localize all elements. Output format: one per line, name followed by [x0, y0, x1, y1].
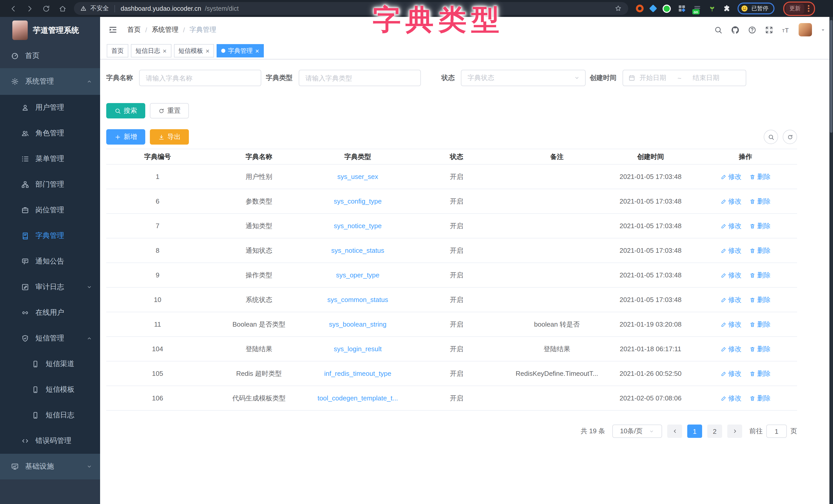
page-scrollbar[interactable] — [829, 17, 833, 504]
edit-link[interactable]: 修改 — [720, 197, 741, 206]
sidebar-item-sms-template[interactable]: 短信模板 — [0, 377, 100, 402]
delete-link[interactable]: 删除 — [749, 369, 771, 378]
sidebar-item-sms-channel[interactable]: 短信渠道 — [0, 351, 100, 377]
delete-link[interactable]: 删除 — [749, 172, 771, 181]
forward-icon[interactable] — [26, 4, 34, 12]
tab-sms-template[interactable]: 短信模板 — [174, 44, 214, 57]
tab-close-icon[interactable] — [206, 47, 209, 54]
edit-link[interactable]: 修改 — [720, 271, 741, 280]
back-icon[interactable] — [9, 4, 18, 12]
security-label[interactable]: 不安全 — [90, 4, 109, 13]
sidebar-item-audit-log[interactable]: 审计日志 — [0, 274, 100, 300]
cell-dict-type-link[interactable]: sys_login_result — [309, 336, 406, 361]
sidebar-item-online-users[interactable]: 在线用户 — [0, 300, 100, 326]
search-button[interactable]: 搜索 — [106, 103, 145, 119]
edit-link[interactable]: 修改 — [720, 295, 741, 304]
sprout-extension-icon[interactable] — [708, 5, 716, 12]
bookmark-star-icon[interactable] — [614, 5, 622, 12]
grid-extension-icon[interactable] — [677, 4, 686, 13]
sidebar-item-dict[interactable]: 字典管理 — [0, 223, 100, 249]
export-button[interactable]: 导出 — [150, 129, 189, 145]
edit-link[interactable]: 修改 — [720, 221, 741, 230]
avatar[interactable] — [799, 23, 812, 36]
sidebar-item-infra[interactable]: 基础设施 — [0, 454, 100, 479]
page-button-2[interactable]: 2 — [707, 425, 722, 438]
search-icon[interactable] — [714, 25, 723, 34]
date-range-picker[interactable]: 开始日期 ~ 结束日期 — [623, 70, 746, 86]
scrollbar-thumb[interactable] — [830, 20, 832, 133]
menu-dots-icon[interactable] — [808, 5, 809, 12]
dict-name-input[interactable] — [139, 70, 261, 86]
page-button-1[interactable]: 1 — [687, 425, 702, 438]
sidebar-item-menus[interactable]: 菜单管理 — [0, 146, 100, 172]
sidebar-item-notice[interactable]: 通知公告 — [0, 249, 100, 274]
puzzle-icon[interactable] — [723, 4, 731, 12]
cell-dict-type-link[interactable]: sys_oper_type — [309, 263, 406, 287]
delete-link[interactable]: 删除 — [749, 344, 771, 354]
edit-link[interactable]: 修改 — [720, 320, 741, 329]
edit-link[interactable]: 修改 — [720, 172, 741, 181]
tab-sms-log[interactable]: 短信日志 — [131, 44, 171, 57]
hamburger-fold-icon[interactable] — [108, 25, 118, 34]
sidebar-item-home[interactable]: 首页 — [0, 44, 100, 68]
sidebar-item-users[interactable]: 用户管理 — [0, 95, 100, 121]
home-icon[interactable] — [58, 4, 67, 12]
reload-icon[interactable] — [42, 4, 50, 12]
refresh-table-button[interactable] — [783, 130, 797, 144]
cell-dict-type-link[interactable]: tool_codegen_template_t... — [309, 386, 406, 410]
green-extension-icon[interactable] — [663, 4, 671, 12]
cell-dict-type-link[interactable]: sys_notice_status — [309, 238, 406, 263]
tab-home[interactable]: 首页 — [107, 44, 128, 57]
cell-dict-type-link[interactable]: sys_config_type — [309, 189, 406, 213]
reset-button[interactable]: 重置 — [150, 103, 189, 119]
delete-link[interactable]: 删除 — [749, 320, 771, 329]
sidebar-item-system[interactable]: 系统管理 — [0, 68, 100, 95]
dict-type-input[interactable] — [299, 70, 421, 86]
tab-dict-manage[interactable]: 字典管理 — [217, 44, 264, 57]
text-size-icon[interactable]: TT — [782, 25, 790, 34]
sidebar-item-sms-log[interactable]: 短信日志 — [0, 402, 100, 428]
sidebar-item-posts[interactable]: 岗位管理 — [0, 197, 100, 223]
toggle-search-button[interactable] — [764, 130, 778, 144]
cell-dict-type-link[interactable]: sys_user_sex — [309, 164, 406, 189]
add-button[interactable]: 新增 — [106, 129, 145, 145]
page-size-select[interactable]: 10条/页 — [612, 425, 662, 438]
sidebar-item-roles[interactable]: 角色管理 — [0, 121, 100, 146]
sidebar-item-departments[interactable]: 部门管理 — [0, 172, 100, 197]
address-bar[interactable]: 不安全 dashboard.yudao.iocoder.cn/system/di… — [74, 2, 628, 15]
sidebar-item-error-code[interactable]: 错误码管理 — [0, 428, 100, 454]
caret-down-icon[interactable] — [820, 27, 826, 32]
profile-pill[interactable]: 已暂停 — [738, 3, 775, 14]
delete-link[interactable]: 删除 — [749, 394, 771, 403]
delete-link[interactable]: 删除 — [749, 246, 771, 255]
edit-link[interactable]: 修改 — [720, 344, 741, 354]
goto-page-input[interactable] — [766, 425, 787, 438]
lines-extension-icon[interactable]: on — [693, 4, 701, 13]
cell-status: 开启 — [406, 213, 506, 238]
breadcrumb-system[interactable]: 系统管理 — [152, 25, 178, 34]
delete-link[interactable]: 删除 — [749, 271, 771, 280]
cell-dict-type-link[interactable]: sys_notice_type — [309, 213, 406, 238]
cell-dict-type-link[interactable]: sys_common_status — [309, 287, 406, 312]
edit-link[interactable]: 修改 — [720, 246, 741, 255]
sidebar-item-sms[interactable]: 短信管理 — [0, 326, 100, 351]
gem-extension-icon[interactable] — [649, 4, 657, 12]
edit-link[interactable]: 修改 — [720, 369, 741, 378]
delete-link[interactable]: 删除 — [749, 221, 771, 230]
cell-dict-type-link[interactable]: inf_redis_timeout_type — [309, 361, 406, 386]
cell-dict-type-link[interactable]: sys_boolean_string — [309, 312, 406, 336]
fullscreen-icon[interactable] — [765, 25, 774, 34]
breadcrumb-home[interactable]: 首页 — [127, 25, 141, 34]
status-select[interactable]: 字典状态 — [461, 70, 586, 86]
edit-link[interactable]: 修改 — [720, 394, 741, 403]
tab-close-icon[interactable] — [163, 47, 167, 54]
delete-link[interactable]: 删除 — [749, 295, 771, 304]
update-button[interactable]: 更新 — [786, 3, 804, 14]
orange-extension-icon[interactable] — [636, 5, 644, 12]
delete-link[interactable]: 删除 — [749, 197, 771, 206]
next-page-button[interactable] — [727, 425, 742, 438]
github-icon[interactable] — [731, 25, 740, 34]
question-icon[interactable] — [748, 25, 757, 34]
tab-close-icon[interactable] — [255, 47, 259, 54]
prev-page-button[interactable] — [667, 425, 682, 438]
